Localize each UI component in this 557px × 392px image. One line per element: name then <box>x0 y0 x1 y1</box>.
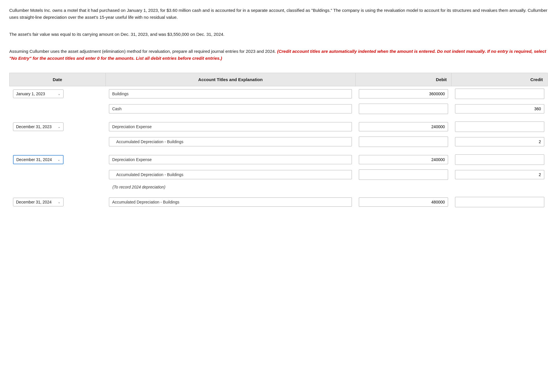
header-date: Date <box>10 73 106 86</box>
debit-input-3[interactable] <box>359 122 448 131</box>
account-cell-4 <box>105 134 355 149</box>
date-cell-1: January 1, 2023 ⌄ <box>10 86 106 102</box>
debit-blank-6 <box>359 169 448 180</box>
date-dropdown-1-label: January 1, 2023 <box>16 92 45 96</box>
table-row: December 31, 2024 ⌄ <box>10 152 548 167</box>
table-row: January 1, 2023 ⌄ <box>10 86 548 102</box>
date-cell-3: December 31, 2023 ⌄ <box>10 119 106 134</box>
table-header-row: Date Account Titles and Explanation Debi… <box>10 73 548 86</box>
debit-cell-7 <box>355 195 452 210</box>
account-input-6[interactable] <box>109 170 352 179</box>
date-dropdown-7[interactable]: December 31, 2024 ⌄ <box>13 198 64 206</box>
debit-input-7[interactable] <box>359 197 448 207</box>
table-row-note: (To record 2024 depreciation) <box>10 182 548 192</box>
account-input-2[interactable] <box>109 104 352 113</box>
credit-blank-5 <box>455 154 544 165</box>
credit-input-4[interactable] <box>455 137 544 146</box>
debit-blank-2 <box>359 104 448 114</box>
table-row <box>10 167 548 182</box>
credit-blank-3 <box>455 122 544 132</box>
header-account: Account Titles and Explanation <box>105 73 355 86</box>
table-row <box>10 101 548 116</box>
spacer-row-1 <box>10 116 548 119</box>
credit-cell-3 <box>452 119 548 134</box>
credit-cell-5 <box>452 152 548 167</box>
date-dropdown-3[interactable]: December 31, 2023 ⌄ <box>13 122 64 131</box>
account-cell-1 <box>105 86 355 102</box>
debit-input-1[interactable] <box>359 89 448 98</box>
date-cell-5: December 31, 2024 ⌄ <box>10 152 106 167</box>
account-cell-6 <box>105 167 355 182</box>
table-row: December 31, 2023 ⌄ <box>10 119 548 134</box>
debit-cell-4 <box>355 134 452 149</box>
intro-paragraph3: Assuming Cullumber uses the asset adjust… <box>9 49 276 54</box>
header-credit: Credit <box>452 73 548 86</box>
credit-blank-7 <box>455 197 544 207</box>
intro-paragraph2: The asset's fair value was equal to its … <box>9 31 548 38</box>
table-row: December 31, 2024 ⌄ <box>10 195 548 210</box>
spacer-row-3 <box>10 192 548 195</box>
debit-cell-6 <box>355 167 452 182</box>
date-dropdown-5[interactable]: December 31, 2024 ⌄ <box>13 155 64 164</box>
debit-cell-3 <box>355 119 452 134</box>
journal-table: Date Account Titles and Explanation Debi… <box>9 73 548 210</box>
chevron-down-icon-7: ⌄ <box>58 200 60 204</box>
credit-cell-1 <box>452 86 548 102</box>
date-cell-7: December 31, 2024 ⌄ <box>10 195 106 210</box>
account-input-1[interactable] <box>109 89 352 98</box>
spacer-row-2 <box>10 149 548 152</box>
credit-cell-2 <box>452 101 548 116</box>
account-cell-2 <box>105 101 355 116</box>
account-input-4[interactable] <box>109 137 352 146</box>
account-input-3[interactable] <box>109 122 352 131</box>
note-date-cell <box>10 182 106 192</box>
debit-blank-4 <box>359 137 448 147</box>
intro-paragraph1: Cullumber Motels Inc. owns a motel that … <box>9 7 548 21</box>
debit-cell-2 <box>355 101 452 116</box>
intro-paragraph3-wrapper: Assuming Cullumber uses the asset adjust… <box>9 48 548 62</box>
date-dropdown-7-label: December 31, 2024 <box>16 200 52 204</box>
header-debit: Debit <box>355 73 452 86</box>
note-text-cell: (To record 2024 depreciation) <box>105 182 547 192</box>
table-row <box>10 134 548 149</box>
chevron-down-icon-5: ⌄ <box>57 158 60 162</box>
credit-blank-1 <box>455 89 544 99</box>
chevron-down-icon-3: ⌄ <box>58 125 60 129</box>
debit-input-5[interactable] <box>359 155 448 164</box>
account-cell-5 <box>105 152 355 167</box>
date-dropdown-5-label: December 31, 2024 <box>16 157 52 162</box>
debit-cell-1 <box>355 86 452 102</box>
account-cell-3 <box>105 119 355 134</box>
credit-cell-7 <box>452 195 548 210</box>
account-cell-7 <box>105 195 355 210</box>
date-cell-6 <box>10 167 106 182</box>
chevron-down-icon-1: ⌄ <box>58 92 60 96</box>
debit-cell-5 <box>355 152 452 167</box>
credit-input-2[interactable] <box>455 104 544 113</box>
credit-cell-4 <box>452 134 548 149</box>
credit-cell-6 <box>452 167 548 182</box>
account-input-5[interactable] <box>109 155 352 164</box>
note-text: (To record 2024 depreciation) <box>109 182 169 192</box>
account-input-7[interactable] <box>109 197 352 207</box>
date-dropdown-3-label: December 31, 2023 <box>16 124 52 129</box>
date-cell-2 <box>10 101 106 116</box>
journal-table-wrapper: Date Account Titles and Explanation Debi… <box>9 67 548 210</box>
date-cell-4 <box>10 134 106 149</box>
credit-input-6[interactable] <box>455 170 544 179</box>
date-dropdown-1[interactable]: January 1, 2023 ⌄ <box>13 89 64 98</box>
